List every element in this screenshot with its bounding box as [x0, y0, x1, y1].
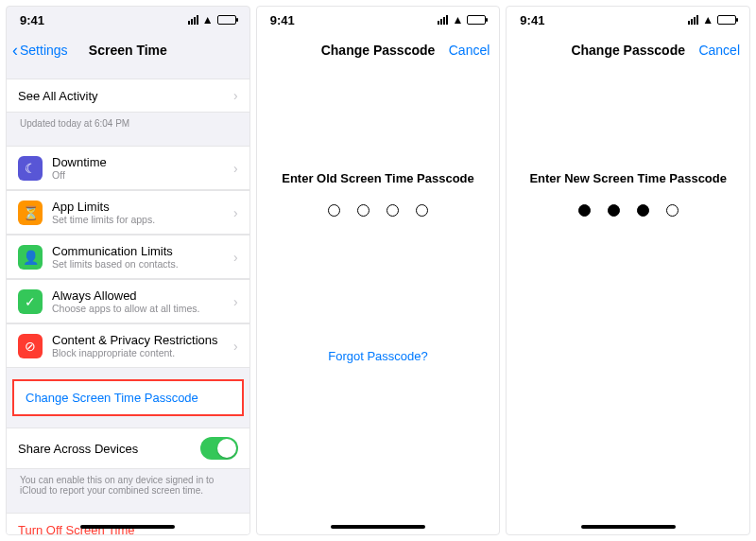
screen-enter-new: 9:41 ▲ Change Passcode Cancel Enter New …: [506, 6, 750, 535]
page-title: Change Passcode: [321, 43, 436, 58]
share-footer: You can enable this on any device signed…: [7, 469, 249, 501]
limits-group: ☾ DowntimeOff › ⏳ App LimitsSet time lim…: [7, 146, 249, 368]
no-entry-icon: ⊘: [18, 334, 43, 358]
content: Enter Old Screen Time Passcode Forgot Pa…: [257, 67, 500, 534]
wifi-icon: ▲: [702, 13, 713, 26]
dot: [608, 204, 620, 217]
back-label: Settings: [20, 43, 68, 58]
dot: [387, 204, 399, 217]
dot: [416, 204, 428, 217]
see-all-activity-row[interactable]: See All Activity ›: [7, 79, 249, 113]
activity-group: See All Activity › Updated today at 6:04…: [7, 79, 249, 134]
row-sub: Block inappropriate content.: [52, 347, 224, 358]
dot: [666, 204, 679, 217]
back-button[interactable]: ‹ Settings: [12, 41, 68, 61]
turnoff-group: Turn Off Screen Time: [7, 513, 249, 534]
signal-icon: [438, 15, 448, 25]
row-sub: Set limits based on contacts.: [52, 258, 224, 270]
change-passcode-button[interactable]: Change Screen Time Passcode: [14, 381, 242, 414]
share-devices-row: Share Across Devices: [7, 428, 249, 469]
cancel-button[interactable]: Cancel: [698, 43, 740, 58]
home-indicator[interactable]: [80, 525, 175, 529]
signal-icon: [688, 15, 698, 25]
chevron-right-icon: ›: [233, 205, 238, 220]
cancel-button[interactable]: Cancel: [449, 43, 490, 58]
check-icon: ✓: [18, 289, 43, 314]
app-limits-row[interactable]: ⏳ App LimitsSet time limits for apps. ›: [7, 190, 249, 235]
dot: [328, 204, 340, 217]
status-time: 9:41: [270, 13, 295, 27]
passcode-prompt: Enter New Screen Time Passcode: [507, 171, 749, 185]
row-sub: Set time limits for apps.: [52, 214, 224, 225]
row-label: Communication Limits: [52, 244, 224, 258]
page-title: Screen Time: [89, 43, 167, 58]
status-bar: 9:41 ▲: [7, 7, 249, 33]
status-icons: ▲: [438, 13, 486, 26]
battery-icon: [217, 15, 236, 25]
dot: [637, 204, 649, 217]
row-label: Share Across Devices: [18, 442, 191, 456]
moon-icon: ☾: [18, 156, 43, 181]
row-label: Content & Privacy Restrictions: [52, 333, 224, 347]
screen-enter-old: 9:41 ▲ Change Passcode Cancel Enter Old …: [256, 6, 501, 535]
chevron-right-icon: ›: [233, 161, 238, 176]
chevron-right-icon: ›: [233, 88, 238, 103]
screen-settings: 9:41 ▲ ‹ Settings Screen Time See All Ac…: [6, 6, 250, 535]
wifi-icon: ▲: [452, 13, 463, 26]
content: Enter New Screen Time Passcode: [507, 67, 749, 534]
share-toggle[interactable]: [200, 437, 238, 460]
person-icon: 👤: [18, 245, 43, 270]
toggle-knob: [217, 439, 236, 458]
hourglass-icon: ⏳: [18, 201, 43, 225]
battery-icon: [467, 15, 486, 25]
signal-icon: [188, 15, 198, 25]
dot: [578, 204, 591, 217]
status-icons: ▲: [188, 13, 236, 26]
passcode-dots[interactable]: [257, 204, 500, 217]
content-privacy-row[interactable]: ⊘ Content & Privacy RestrictionsBlock in…: [7, 323, 249, 368]
status-bar: 9:41 ▲: [257, 7, 500, 33]
nav-bar: Change Passcode Cancel: [257, 33, 500, 67]
always-allowed-row[interactable]: ✓ Always AllowedChoose apps to allow at …: [7, 279, 249, 323]
activity-footer: Updated today at 6:04 PM: [7, 113, 249, 134]
dot: [357, 204, 369, 217]
status-icons: ▲: [688, 13, 736, 26]
row-label: See All Activity: [18, 89, 224, 103]
chevron-right-icon: ›: [233, 250, 238, 265]
row-sub: Off: [52, 169, 224, 181]
downtime-row[interactable]: ☾ DowntimeOff ›: [7, 146, 249, 190]
chevron-right-icon: ›: [233, 294, 238, 309]
row-sub: Choose apps to allow at all times.: [52, 303, 224, 314]
status-bar: 9:41 ▲: [507, 7, 749, 33]
row-label: App Limits: [52, 200, 224, 214]
row-label: Always Allowed: [52, 288, 224, 303]
home-indicator[interactable]: [581, 525, 676, 529]
chevron-right-icon: ›: [233, 339, 238, 354]
passcode-dots[interactable]: [507, 204, 749, 217]
wifi-icon: ▲: [202, 13, 214, 26]
home-indicator[interactable]: [331, 525, 425, 529]
row-label: Downtime: [52, 155, 224, 169]
communication-limits-row[interactable]: 👤 Communication LimitsSet limits based o…: [7, 235, 249, 279]
highlight-box: Change Screen Time Passcode: [12, 379, 244, 416]
battery-icon: [717, 15, 736, 25]
turn-off-button[interactable]: Turn Off Screen Time: [7, 513, 249, 534]
page-title: Change Passcode: [571, 43, 685, 58]
chevron-left-icon: ‹: [12, 41, 18, 61]
forgot-passcode-link[interactable]: Forgot Passcode?: [257, 349, 500, 363]
status-time: 9:41: [520, 13, 544, 27]
nav-bar: ‹ Settings Screen Time: [7, 33, 249, 67]
passcode-prompt: Enter Old Screen Time Passcode: [257, 171, 500, 185]
nav-bar: Change Passcode Cancel: [507, 33, 749, 67]
status-time: 9:41: [20, 13, 44, 27]
share-group: Share Across Devices You can enable this…: [7, 428, 249, 501]
content: See All Activity › Updated today at 6:04…: [7, 67, 249, 534]
